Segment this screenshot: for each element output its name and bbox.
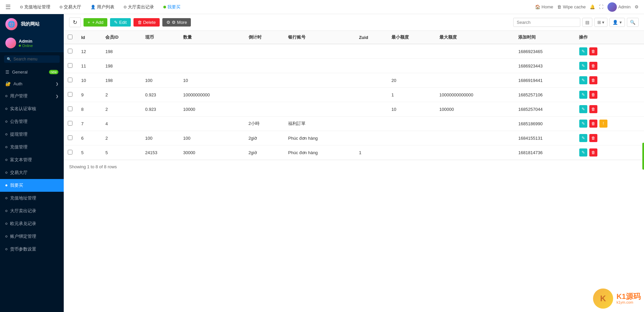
cell-max-amount [435, 44, 515, 59]
add-button[interactable]: + + Add [84, 18, 107, 27]
nav-item-hall-sell[interactable]: 大厅卖出记录 [120, 0, 158, 14]
nav-item-recharge-address[interactable]: 充值地址管理 [16, 0, 54, 14]
notifications-icon[interactable]: 🔔 [590, 4, 595, 9]
sidebar-item-buy[interactable]: 我要买 [0, 179, 64, 192]
sidebar-item-real-name[interactable]: 实名认证审核 [0, 102, 64, 115]
cell-min-amount: 10 [387, 102, 435, 117]
table-row: 9 2 0.923 10000000000 1 10000000000000 1… [64, 88, 644, 102]
sidebar-item-user-management[interactable]: 用户管理 ❯ [0, 90, 64, 102]
sidebar-item-account-bind[interactable]: 账户绑定管理 [0, 230, 64, 243]
grid-view-icon: ⊞ ▾ [597, 20, 605, 25]
refresh-button[interactable]: ↻ [69, 17, 81, 27]
row-checkbox[interactable] [68, 106, 72, 111]
menu-dot-active [5, 184, 7, 186]
nav-dot-active [163, 6, 166, 8]
hamburger-icon[interactable]: ☰ [5, 3, 11, 11]
delete-row-button[interactable]: 🗑 [589, 134, 597, 142]
cache-icon: 🗑 [557, 4, 561, 9]
settings-icon[interactable]: ⚙ [635, 4, 639, 9]
row-checkbox[interactable] [68, 92, 72, 97]
nav-item-buy[interactable]: 我要买 [159, 0, 184, 14]
more-button[interactable]: ⚙ ⚙ More [162, 18, 191, 27]
list-view-icon: ▤ [585, 20, 589, 25]
cell-add-time: 1686923465 [514, 44, 575, 59]
sidebar-item-announcement[interactable]: 公告管理 [0, 115, 64, 128]
edit-button[interactable]: ✎ Edit [110, 18, 130, 27]
sidebar-item-trading-hall[interactable]: 交易大厅 [0, 166, 64, 179]
nav-item-trading-hall[interactable]: 交易大厅 [56, 0, 85, 14]
row-checkbox[interactable] [68, 135, 72, 140]
auth-icon: 🔐 [5, 81, 11, 86]
search-menu-input[interactable] [13, 57, 57, 61]
search-button[interactable]: 🔍 [627, 18, 639, 27]
search-box[interactable]: 🔍 [4, 55, 60, 63]
sidebar-header[interactable]: 🌐 我的网站 [0, 14, 64, 34]
sidebar-item-recharge-mgmt[interactable]: 充值管理 [0, 141, 64, 153]
toolbar: ↻ + + Add ✎ Edit 🗑 Delete ⚙ ⚙ More ▤ [64, 14, 644, 31]
col-zuid: Zuid [355, 31, 387, 44]
view-list-button[interactable]: ▤ [582, 18, 592, 27]
sidebar-item-general[interactable]: ☰ General new [0, 66, 64, 78]
menu-dot [5, 108, 7, 110]
view-grid-button[interactable]: ⊞ ▾ [594, 18, 608, 27]
edit-row-button[interactable]: ✎ [579, 105, 587, 113]
row-checkbox[interactable] [68, 150, 72, 154]
fullscreen-button[interactable]: ⛶ [599, 4, 603, 9]
nav-dot [20, 6, 23, 8]
row-checkbox[interactable] [68, 63, 72, 68]
delete-button[interactable]: 🗑 Delete [133, 18, 160, 27]
delete-row-button[interactable]: 🗑 [589, 76, 597, 84]
main-layout: 🌐 我的网站 Admin Online 🔍 ☰ [0, 14, 644, 312]
cell-add-time: 1681814736 [514, 145, 575, 160]
columns-icon: 👤 ▾ [612, 20, 622, 25]
user-name: Admin [19, 39, 33, 44]
user-status: Online [19, 44, 33, 48]
row-checkbox[interactable] [68, 78, 72, 82]
sidebar-item-withdrawal[interactable]: 提现管理 [0, 128, 64, 141]
home-link[interactable]: 🏠 Home [535, 4, 553, 9]
home-icon: 🏠 [535, 4, 540, 9]
nav-item-user-list[interactable]: 👤 用户列表 [87, 0, 118, 14]
search-input[interactable] [513, 18, 580, 27]
cell-currency [141, 59, 179, 73]
cell-currency [141, 44, 179, 59]
edit-row-button[interactable]: ✎ [579, 62, 587, 70]
bell-icon: 🔔 [590, 4, 595, 9]
search-icon: 🔍 [7, 57, 11, 61]
delete-row-button[interactable]: 🗑 [589, 47, 597, 55]
edit-row-button[interactable]: ✎ [579, 91, 587, 99]
row-checkbox[interactable] [68, 49, 72, 53]
edit-row-button[interactable]: ✎ [579, 47, 587, 55]
cell-countdown: 2giờ [245, 131, 284, 145]
cell-bank-account [284, 102, 355, 117]
edit-row-button[interactable]: ✎ [579, 76, 587, 84]
edit-row-button[interactable]: ✎ [579, 148, 587, 157]
cell-add-time: 1684155131 [514, 131, 575, 145]
scroll-indicator [642, 143, 644, 170]
cell-quantity: 10 [179, 73, 245, 88]
delete-row-button[interactable]: 🗑 [589, 91, 597, 99]
sidebar-item-recharge-address[interactable]: 充值地址管理 [0, 192, 64, 205]
columns-button[interactable]: 👤 ▾ [609, 18, 625, 27]
sidebar-item-hall-sell[interactable]: 大厅卖出记录 [0, 205, 64, 217]
sidebar-item-richtext[interactable]: 富文本管理 [0, 153, 64, 166]
cell-member-id: 198 [101, 73, 141, 88]
edit-row-button[interactable]: ✎ [579, 120, 587, 128]
menu-dot [5, 197, 7, 199]
delete-row-button[interactable]: 🗑 [589, 148, 597, 157]
sidebar-item-auth[interactable]: 🔐 Auth ❯ [0, 78, 64, 90]
col-currency: 现币 [141, 31, 179, 44]
wipe-cache-button[interactable]: 🗑 Wipe cache [557, 4, 586, 9]
delete-row-button[interactable]: 🗑 [589, 62, 597, 70]
row-checkbox[interactable] [68, 121, 72, 126]
cell-bank-account: Phúc đơn hàng [284, 145, 355, 160]
admin-profile[interactable]: Admin [607, 2, 631, 12]
delete-row-button[interactable]: 🗑 [589, 120, 597, 128]
sidebar-item-euro[interactable]: 欧元承兑记录 [0, 217, 64, 230]
select-all-checkbox[interactable] [68, 35, 72, 39]
edit-row-button[interactable]: ✎ [579, 134, 587, 142]
col-member-id: 会员ID [101, 31, 141, 44]
delete-row-button[interactable]: 🗑 [589, 105, 597, 113]
extra-row-button[interactable]: ! [599, 120, 607, 128]
sidebar-item-currency-params[interactable]: 货币参数设置 [0, 243, 64, 256]
